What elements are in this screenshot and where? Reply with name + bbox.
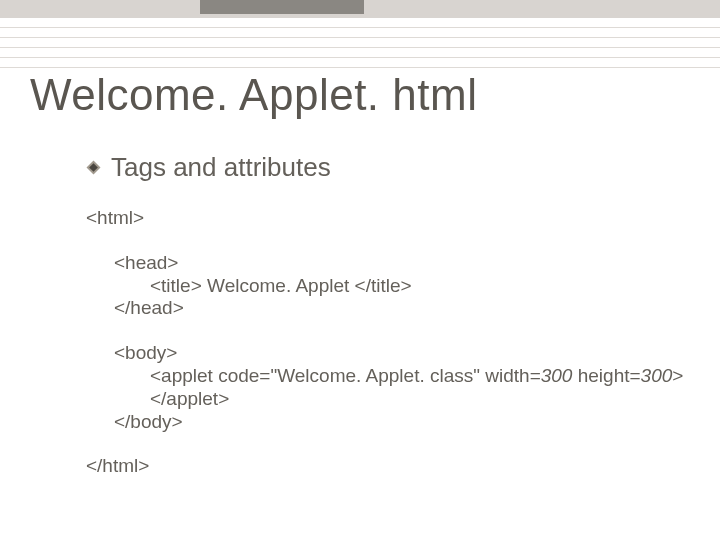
code-line: </body> [86,411,690,434]
code-text: > [672,365,683,386]
code-text-italic: 300 [641,365,673,386]
code-text-italic: 300 [541,365,573,386]
subtitle-text: Tags and attributes [111,152,331,183]
code-text: height= [572,365,640,386]
code-text: </title> [355,275,412,296]
code-block: <html> <head> <title> Welcome. Applet </… [86,207,690,478]
code-line: <body> [86,342,690,365]
code-line: </applet> [86,388,690,411]
slide-content: Welcome. Applet. html Tags and attribute… [0,0,720,540]
code-text: <applet code="Welcome. Applet. class" wi… [150,365,541,386]
code-line: </head> [86,297,690,320]
subtitle-row: Tags and attributes [86,152,690,183]
code-text: Welcome. Applet [207,275,355,296]
code-line: </html> [86,455,690,478]
code-line: <html> [86,207,690,230]
code-line: <title> Welcome. Applet </title> [86,275,690,298]
code-line: <head> [86,252,690,275]
code-line: <applet code="Welcome. Applet. class" wi… [86,365,690,388]
code-text: <title> [150,275,207,296]
diamond-bullet-icon [86,160,101,175]
slide-title: Welcome. Applet. html [30,70,690,120]
